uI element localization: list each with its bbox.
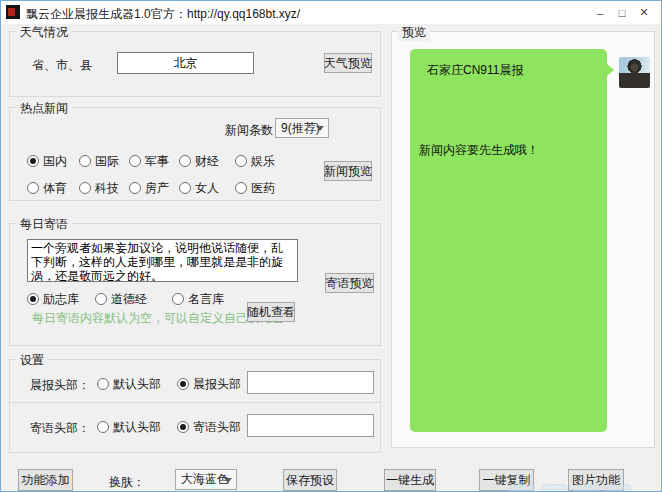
app-window: 飘云企业晨报生成器1.0 官方：http://qy.qq168bt.xyz/ –… xyxy=(0,0,662,492)
chat-bubble: 石家庄CN911晨报 新闻内容要先生成哦！ xyxy=(410,49,607,432)
preview-group-title: 预览 xyxy=(398,24,430,41)
radio-news-international[interactable]: 国际 xyxy=(79,154,119,168)
radio-news-finance[interactable]: 财经 xyxy=(179,154,219,168)
bubble-body-text: 新闻内容要先生成哦！ xyxy=(419,142,539,159)
radio-news-military[interactable]: 军事 xyxy=(129,154,169,168)
watermark xyxy=(509,484,631,492)
radio-icon xyxy=(27,155,39,167)
radio-source-daodejing[interactable]: 道德经 xyxy=(95,292,147,306)
message-group-title: 每日寄语 xyxy=(16,216,72,233)
radio-news-realestate[interactable]: 房产 xyxy=(129,181,169,195)
radio-icon xyxy=(79,155,91,167)
news-group: 热点新闻 新闻条数： 9(推荐) 国内 国际 军事 财经 娱乐 体育 xyxy=(9,107,381,201)
weather-group-title: 天气情况 xyxy=(16,24,72,41)
radio-report-default-header[interactable]: 默认头部 xyxy=(97,377,161,391)
radio-source-quotes[interactable]: 名言库 xyxy=(172,292,224,306)
news-group-title: 热点新闻 xyxy=(16,100,72,117)
report-header-label: 晨报头部： xyxy=(30,377,90,394)
weather-preview-button[interactable]: 天气预览 xyxy=(324,53,372,73)
settings-group-title: 设置 xyxy=(16,352,48,369)
generate-button[interactable]: 一键生成 xyxy=(384,469,436,491)
close-icon[interactable]: ✕ xyxy=(633,1,655,24)
radio-news-sports[interactable]: 体育 xyxy=(27,181,67,195)
skin-select[interactable]: 大海蓝色（ xyxy=(175,469,237,490)
message-textarea[interactable]: 一个旁观者如果妄加议论，说明他说话随便，乱下判断，这样的人走到哪里，哪里就是是非… xyxy=(27,239,298,282)
radio-icon xyxy=(235,182,247,194)
radio-icon xyxy=(95,293,107,305)
radio-news-women[interactable]: 女人 xyxy=(179,181,219,195)
minimize-icon[interactable]: – xyxy=(589,1,611,24)
message-group: 每日寄语 一个旁观者如果妄加议论，说明他说话随便，乱下判断，这样的人走到哪里，哪… xyxy=(9,223,381,346)
message-preview-button[interactable]: 寄语预览 xyxy=(325,273,374,293)
bubble-title-text: 石家庄CN911晨报 xyxy=(427,62,523,79)
radio-icon xyxy=(179,182,191,194)
settings-group: 设置 晨报头部： 默认头部 晨报头部 寄语头部： 默认头部 寄语头部 xyxy=(9,359,381,453)
radio-icon xyxy=(235,155,247,167)
radio-icon xyxy=(172,293,184,305)
radio-icon xyxy=(97,421,109,433)
chevron-down-icon xyxy=(316,126,324,131)
radio-message-custom-header[interactable]: 寄语头部 xyxy=(177,420,241,434)
radio-message-default-header[interactable]: 默认头部 xyxy=(97,420,161,434)
radio-source-motivational[interactable]: 励志库 xyxy=(27,292,79,306)
official-url-text: 官方：http://qy.qq168bt.xyz/ xyxy=(151,6,300,23)
radio-icon xyxy=(179,155,191,167)
preview-group: 预览 石家庄CN911晨报 新闻内容要先生成哦！ xyxy=(391,31,655,448)
window-title: 飘云企业晨报生成器1.0 xyxy=(26,6,151,23)
radio-news-entertainment[interactable]: 娱乐 xyxy=(235,154,275,168)
radio-icon xyxy=(27,293,39,305)
maximize-icon[interactable]: □ xyxy=(611,1,633,24)
radio-icon xyxy=(177,421,189,433)
bubble-tail-icon xyxy=(607,64,614,76)
radio-report-custom-header[interactable]: 晨报头部 xyxy=(177,377,241,391)
radio-icon xyxy=(97,378,109,390)
radio-news-tech[interactable]: 科技 xyxy=(79,181,119,195)
avatar xyxy=(619,57,650,88)
radio-news-domestic[interactable]: 国内 xyxy=(27,154,67,168)
radio-icon xyxy=(129,182,141,194)
skin-label: 换肤： xyxy=(109,474,145,491)
weather-group: 天气情况 省、市、县 天气预览 xyxy=(9,31,381,97)
settings-divider xyxy=(10,402,380,403)
save-preset-button[interactable]: 保存预设 xyxy=(283,469,337,491)
news-count-value: 9(推荐) xyxy=(281,120,320,137)
app-icon xyxy=(6,5,20,19)
radio-icon xyxy=(79,182,91,194)
report-header-input[interactable] xyxy=(247,371,374,394)
add-function-button[interactable]: 功能添加 xyxy=(18,469,73,491)
radio-icon xyxy=(129,155,141,167)
radio-news-medicine[interactable]: 医药 xyxy=(235,181,275,195)
radio-icon xyxy=(27,182,39,194)
title-bar: 飘云企业晨报生成器1.0 官方：http://qy.qq168bt.xyz/ –… xyxy=(1,1,661,24)
message-header-input[interactable] xyxy=(247,414,374,437)
region-label: 省、市、县 xyxy=(32,57,92,74)
radio-icon xyxy=(177,378,189,390)
chevron-down-icon xyxy=(224,478,232,483)
city-input[interactable] xyxy=(117,52,254,74)
news-preview-button[interactable]: 新闻预览 xyxy=(324,161,372,181)
message-header-label: 寄语头部： xyxy=(30,420,90,437)
news-count-select[interactable]: 9(推荐) xyxy=(275,118,329,138)
random-view-button[interactable]: 随机查看 xyxy=(247,302,295,322)
